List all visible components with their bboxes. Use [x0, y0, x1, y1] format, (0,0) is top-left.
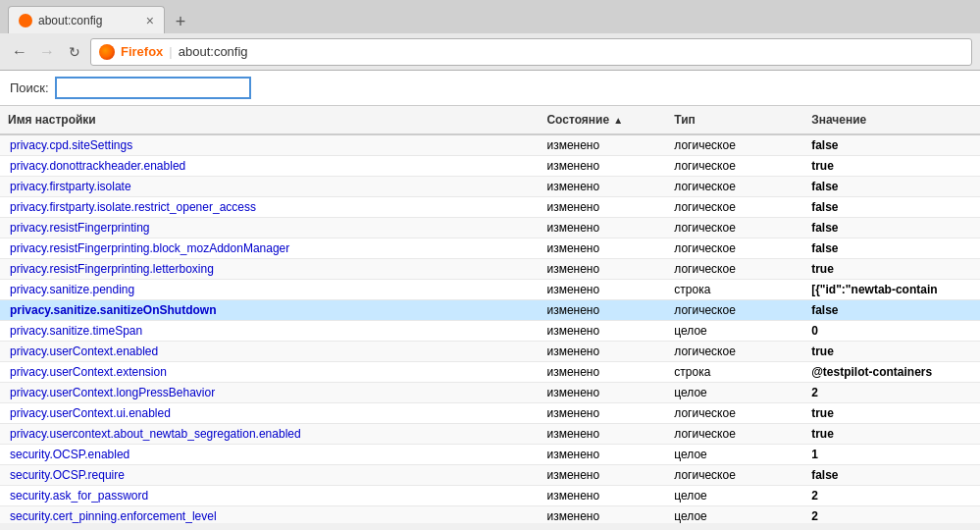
table-row[interactable]: privacy.firstparty.isolateизмененологиче…: [0, 177, 980, 197]
config-type: целое: [666, 486, 803, 505]
config-value: 2: [803, 506, 980, 523]
config-type: логическое: [666, 424, 803, 444]
config-name[interactable]: privacy.resistFingerprinting: [0, 218, 539, 238]
config-status: изменено: [539, 506, 666, 523]
header-status: Состояние ▲: [539, 110, 666, 130]
table-body: privacy.cpd.siteSettingsизмененологическ…: [0, 135, 980, 523]
config-value: true: [803, 403, 980, 423]
config-name[interactable]: privacy.cpd.siteSettings: [0, 135, 539, 155]
table-row[interactable]: security.cert_pinning.enforcement_levelи…: [0, 506, 980, 523]
config-value: true: [803, 342, 980, 361]
config-type: логическое: [666, 342, 803, 361]
config-type: логическое: [666, 218, 803, 238]
config-name[interactable]: privacy.sanitize.sanitizeOnShutdown: [0, 300, 539, 320]
new-tab-button[interactable]: +: [169, 10, 192, 33]
tab-close-button[interactable]: ×: [146, 14, 154, 27]
table-row[interactable]: privacy.userContext.enabledизмененологич…: [0, 342, 980, 362]
table-row[interactable]: security.ask_for_passwordизмененоцелое2: [0, 486, 980, 506]
config-type: логическое: [666, 403, 803, 423]
config-name[interactable]: privacy.userContext.ui.enabled: [0, 403, 539, 423]
config-name[interactable]: privacy.userContext.enabled: [0, 342, 539, 361]
config-name[interactable]: privacy.userContext.extension: [0, 362, 539, 382]
config-status: изменено: [539, 218, 666, 238]
config-name[interactable]: security.OCSP.enabled: [0, 445, 539, 464]
config-type: строка: [666, 362, 803, 382]
header-type: Тип: [666, 110, 803, 130]
config-type: логическое: [666, 135, 803, 155]
back-button[interactable]: ←: [8, 40, 31, 64]
config-value: false: [803, 135, 980, 155]
config-name[interactable]: privacy.donottrackheader.enabled: [0, 156, 539, 176]
config-status: изменено: [539, 300, 666, 320]
config-name[interactable]: privacy.firstparty.isolate: [0, 177, 539, 196]
config-status: изменено: [539, 424, 666, 444]
header-name: Имя настройки: [0, 110, 539, 130]
firefox-label: Firefox: [121, 44, 163, 59]
config-value: @testpilot-containers: [803, 362, 980, 382]
config-name[interactable]: security.cert_pinning.enforcement_level: [0, 506, 539, 523]
config-type: логическое: [666, 238, 803, 258]
table-row[interactable]: privacy.cpd.siteSettingsизмененологическ…: [0, 135, 980, 156]
tab-title: about:config: [38, 14, 140, 27]
table-row[interactable]: privacy.userContext.ui.enabledизмененоло…: [0, 403, 980, 424]
config-type: строка: [666, 280, 803, 299]
config-status: изменено: [539, 238, 666, 258]
table-row[interactable]: security.OCSP.requireизмененологическоеf…: [0, 465, 980, 486]
address-text: about:config: [179, 44, 248, 59]
table-row[interactable]: privacy.firstparty.isolate.restrict_open…: [0, 197, 980, 218]
config-type: логическое: [666, 197, 803, 217]
config-name[interactable]: privacy.sanitize.timeSpan: [0, 321, 539, 341]
config-value: 2: [803, 383, 980, 402]
address-separator: |: [169, 44, 172, 59]
config-value: 2: [803, 486, 980, 505]
reload-button[interactable]: ↻: [63, 40, 86, 64]
config-name[interactable]: security.OCSP.require: [0, 465, 539, 485]
sort-arrow-icon[interactable]: ▲: [613, 115, 623, 126]
config-value: false: [803, 177, 980, 196]
config-name[interactable]: privacy.sanitize.pending: [0, 280, 539, 299]
table-row[interactable]: privacy.sanitize.timeSpanизмененоцелое0: [0, 321, 980, 342]
config-value: false: [803, 465, 980, 485]
config-status: изменено: [539, 135, 666, 155]
config-name[interactable]: privacy.userContext.longPressBehavior: [0, 383, 539, 402]
config-value: true: [803, 424, 980, 444]
table-row[interactable]: privacy.userContext.extensionизмененостр…: [0, 362, 980, 383]
config-name[interactable]: security.ask_for_password: [0, 486, 539, 505]
config-name[interactable]: privacy.firstparty.isolate.restrict_open…: [0, 197, 539, 217]
config-status: изменено: [539, 342, 666, 361]
search-bar: Поиск:: [0, 71, 980, 106]
table-scroll: privacy.cpd.siteSettingsизмененологическ…: [0, 135, 980, 523]
table-row[interactable]: privacy.usercontext.about_newtab_segrega…: [0, 424, 980, 445]
search-input[interactable]: [55, 77, 251, 99]
config-name[interactable]: privacy.resistFingerprinting.block_mozAd…: [0, 238, 539, 258]
config-value: false: [803, 218, 980, 238]
config-value: true: [803, 156, 980, 176]
header-value: Значение: [803, 110, 980, 130]
table-row[interactable]: privacy.resistFingerprinting.letterboxin…: [0, 259, 980, 280]
config-status: изменено: [539, 280, 666, 299]
active-tab[interactable]: about:config ×: [8, 6, 165, 33]
forward-button[interactable]: →: [35, 40, 59, 64]
config-name[interactable]: privacy.usercontext.about_newtab_segrega…: [0, 424, 539, 444]
table-row[interactable]: privacy.sanitize.sanitizeOnShutdownизмен…: [0, 300, 980, 321]
table-row[interactable]: privacy.userContext.longPressBehaviorизм…: [0, 383, 980, 403]
config-status: изменено: [539, 321, 666, 341]
search-label: Поиск:: [10, 80, 49, 95]
table-row[interactable]: security.OCSP.enabledизмененоцелое1: [0, 445, 980, 465]
config-status: изменено: [539, 445, 666, 464]
config-value: false: [803, 300, 980, 320]
config-type: целое: [666, 383, 803, 402]
config-status: изменено: [539, 486, 666, 505]
config-value: 0: [803, 321, 980, 341]
tab-bar: about:config × +: [0, 0, 980, 33]
tab-favicon: [19, 14, 32, 27]
config-value: false: [803, 238, 980, 258]
table-row[interactable]: privacy.donottrackheader.enabledизменено…: [0, 156, 980, 177]
config-status: изменено: [539, 383, 666, 402]
config-status: изменено: [539, 403, 666, 423]
address-bar[interactable]: Firefox | about:config: [90, 38, 972, 66]
table-row[interactable]: privacy.sanitize.pendingизмененострока[{…: [0, 280, 980, 300]
table-row[interactable]: privacy.resistFingerprinting.block_mozAd…: [0, 238, 980, 259]
config-name[interactable]: privacy.resistFingerprinting.letterboxin…: [0, 259, 539, 279]
table-row[interactable]: privacy.resistFingerprintingизмененологи…: [0, 218, 980, 238]
